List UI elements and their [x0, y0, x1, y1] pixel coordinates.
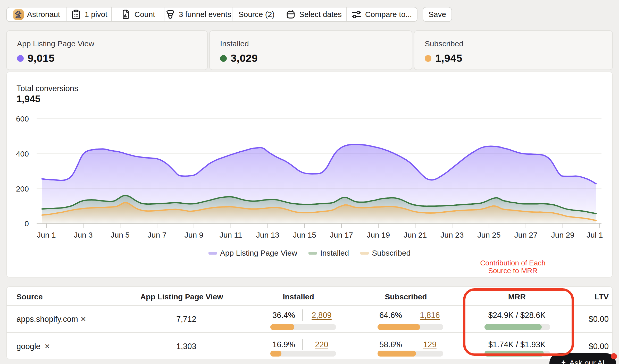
svg-text:Jun 7: Jun 7 — [148, 231, 166, 239]
svg-text:600: 600 — [16, 115, 29, 123]
svg-text:Jun 25: Jun 25 — [478, 231, 501, 239]
svg-text:Jun 27: Jun 27 — [514, 231, 538, 239]
svg-text:Jun 21: Jun 21 — [404, 231, 427, 239]
svg-text:400: 400 — [16, 150, 29, 158]
svg-text:Jun 23: Jun 23 — [440, 231, 464, 239]
svg-text:Jul 1: Jul 1 — [587, 231, 603, 239]
svg-text:0: 0 — [24, 219, 29, 228]
svg-text:Jun 1: Jun 1 — [37, 231, 56, 239]
svg-text:Jun 13: Jun 13 — [256, 231, 279, 239]
svg-text:Jun 5: Jun 5 — [111, 231, 130, 239]
svg-text:Jun 3: Jun 3 — [74, 231, 93, 239]
svg-text:Jun 17: Jun 17 — [330, 231, 353, 239]
svg-text:Jun 9: Jun 9 — [185, 231, 203, 239]
svg-text:Jun 15: Jun 15 — [293, 231, 316, 239]
svg-text:Jun 29: Jun 29 — [551, 231, 574, 239]
svg-text:Jun 11: Jun 11 — [220, 231, 242, 239]
svg-text:200: 200 — [16, 185, 29, 193]
svg-text:Jun 19: Jun 19 — [367, 231, 390, 239]
